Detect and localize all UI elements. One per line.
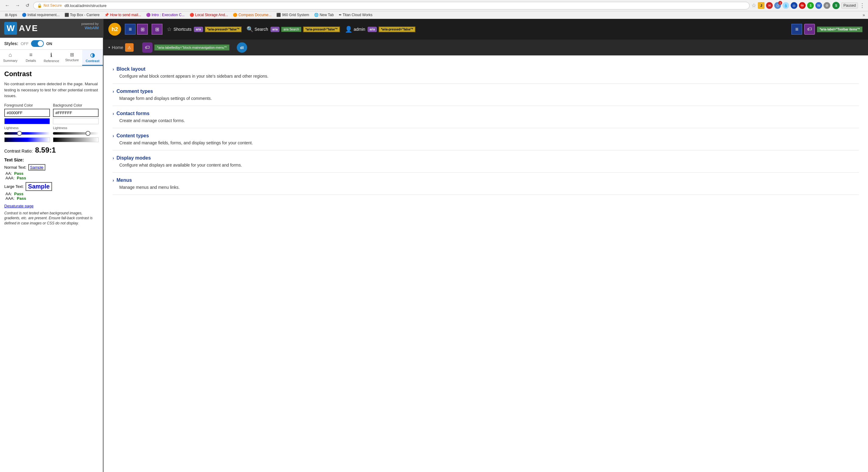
not-secure-label: Not Secure — [43, 3, 62, 8]
search-aria-error2: *aria-pressed="false"* — [303, 27, 340, 32]
bookmark-960grid[interactable]: ⬛ 960 Grid System — [275, 12, 311, 18]
admin-aria-badge: aria — [368, 27, 377, 32]
table-row: › Content types Create and manage fields… — [113, 128, 859, 150]
list-icon-1: ≡ — [125, 24, 136, 35]
bookmark-mail[interactable]: 📌 How to send mail... — [102, 12, 143, 18]
home-nav-link[interactable]: Home — [112, 45, 123, 50]
normal-sample-link[interactable]: Sample — [28, 164, 45, 171]
lock-icon: 🔒 — [37, 3, 42, 8]
large-sample-link[interactable]: Sample — [26, 182, 52, 191]
bg-lightness-label: Lightness — [53, 126, 99, 130]
structure-item-title-3[interactable]: › Content types — [113, 133, 859, 139]
structure-items-list: › Block layout Configure what block cont… — [113, 61, 859, 195]
ext2-icon[interactable]: ✉ — [766, 2, 773, 9]
tab-details[interactable]: ≡ Details — [21, 50, 41, 66]
ext5-icon[interactable]: ◎ — [791, 2, 797, 9]
tab-structure[interactable]: ⊞ Structure — [62, 50, 83, 66]
more-menu-button[interactable]: ⋮ — [860, 2, 865, 9]
more-bookmarks-button[interactable]: » — [863, 12, 865, 17]
admin-toolbar-section: 👤 admin aria *aria-pressed="false"* — [342, 19, 418, 39]
ext3-icon[interactable]: ⟨⟩ 2 — [774, 2, 781, 9]
structure-item-title-0[interactable]: › Block layout — [113, 66, 859, 72]
ext8-icon[interactable]: W — [815, 2, 822, 9]
nav-home-area: • Home ⚠ — [103, 39, 138, 55]
search-label: Search — [254, 27, 268, 32]
page-content: h2 ≡ ⊞ ⊞ ☆ Shortcuts aria *aria-pre — [103, 19, 868, 472]
ext7-icon[interactable]: $ — [807, 2, 814, 9]
dl-badge-area: dl — [233, 39, 251, 55]
contrast-disclaimer: Contrast is not tested when background i… — [4, 211, 99, 226]
search-aria-label: aria Search — [281, 27, 301, 32]
bookmark-intro[interactable]: 🟣 Intro : Execution C... — [144, 12, 187, 18]
styles-off-label: OFF — [21, 41, 29, 46]
normal-aa-label: AA: — [5, 171, 12, 176]
ext1-icon[interactable]: J — [758, 2, 765, 9]
bookmark-compass[interactable]: 🟠 Compass Docume... — [231, 12, 273, 18]
search-toolbar-section: 🔍 Search aria aria Search *aria-pressed=… — [244, 19, 342, 39]
normal-aaa-pass: Pass — [17, 176, 26, 180]
styles-on-label: ON — [46, 41, 52, 46]
bookmarks-bar: ⊞ Apps 🔵 Initial requirement... ⬛ Top Bo… — [0, 11, 868, 19]
no-errors-message: No contrast errors were detected in the … — [4, 81, 99, 99]
h2-badge: h2 — [108, 23, 121, 36]
url-bar[interactable]: 🔒 Not Secure d9.local/admin/structure — [33, 2, 750, 9]
contrast-section: Contrast No contrast errors were detecte… — [0, 66, 103, 230]
fg-color-input[interactable] — [4, 109, 50, 117]
paused-label: Paused — [841, 2, 858, 8]
bookmark-titan[interactable]: ✒ Titan Cloud Works — [337, 12, 374, 18]
fg-lightness-thumb[interactable] — [17, 131, 22, 136]
search-icon-toolbar: 🔍 — [247, 26, 253, 33]
large-aa-label: AA: — [5, 191, 12, 196]
structure-item-desc-2: Create and manage contact forms. — [113, 118, 859, 123]
forward-button[interactable]: → — [13, 2, 22, 9]
bookmark-localstorage[interactable]: 🔴 Local Storage And... — [188, 12, 230, 18]
structure-icon: ⊞ — [152, 24, 162, 35]
structure-item-title-4[interactable]: › Display modes — [113, 155, 859, 161]
person-icon-toolbar: 👤 — [345, 26, 352, 33]
back-button[interactable]: ← — [3, 2, 11, 9]
structure-item-desc-4: Configure what displays are available fo… — [113, 163, 859, 168]
styles-toggle[interactable] — [31, 40, 44, 47]
tab-summary[interactable]: ⌂ Summary — [0, 50, 21, 66]
tab-reference[interactable]: ℹ Reference — [41, 50, 62, 66]
bg-gradient-bar — [53, 137, 99, 142]
wave-sidebar: W AVE powered by WebAIM Styles: OFF ON — [0, 19, 103, 472]
tag-badge-right: 🏷 — [804, 24, 815, 35]
bookmark-newtab[interactable]: 🌐 New Tab — [312, 12, 336, 18]
shortcuts-aria-error: *aria-pressed="false"* — [205, 27, 242, 32]
url-text: d9.local/admin/structure — [64, 3, 106, 8]
chevron-icon-4: › — [113, 156, 114, 160]
bookmark-initial[interactable]: 🔵 Initial requirement... — [20, 12, 61, 18]
structure-item-title-5[interactable]: › Menus — [113, 178, 859, 183]
structure-item-title-1[interactable]: › Comment types — [113, 89, 859, 94]
ext4-icon[interactable]: 💧 — [782, 2, 789, 9]
bookmark-apps[interactable]: ⊞ Apps — [3, 12, 19, 18]
structure-item-title-2[interactable]: › Contact forms — [113, 111, 859, 116]
normal-aa-pass: Pass — [14, 171, 24, 176]
large-aa-pass: Pass — [14, 191, 24, 196]
table-row: › Menus Manage menus and menu links. — [113, 173, 859, 195]
ext6-icon[interactable]: ⛔ — [799, 2, 806, 9]
reload-button[interactable]: ↺ — [24, 2, 31, 9]
tag-badge-nav: 🏷 — [142, 42, 153, 53]
desaturate-link[interactable]: Desaturate page — [4, 204, 99, 208]
tab-contrast[interactable]: ◑ Contrast — [82, 50, 103, 66]
star-icon[interactable]: ☆ — [751, 2, 756, 9]
bg-label: Background Color — [53, 103, 99, 108]
profile-icon[interactable]: S — [832, 2, 840, 9]
wave-logo-text: AVE — [19, 24, 39, 33]
dl-badge: dl — [237, 42, 247, 53]
content-area: › Block layout Configure what block cont… — [103, 55, 868, 472]
fg-lightness-label: Lightness — [4, 126, 50, 130]
powered-by-text: powered by — [81, 22, 99, 26]
ext9-icon[interactable]: ⚙ — [824, 2, 830, 9]
bookmark-topbox[interactable]: ⬛ Top Box - Carriere — [63, 12, 101, 18]
bg-lightness-thumb[interactable] — [86, 131, 90, 136]
nav-aria-label-badge: *aria-labelledby="block-mainnavigation-m… — [154, 45, 229, 51]
large-aaa-pass: Pass — [17, 196, 26, 201]
admin-label: admin — [354, 27, 365, 32]
styles-label: Styles: — [4, 41, 18, 46]
alert-icon-nav: ⚠ — [125, 43, 134, 52]
bg-color-input[interactable] — [53, 109, 99, 117]
webaim-link[interactable]: WebAIM — [85, 26, 99, 30]
